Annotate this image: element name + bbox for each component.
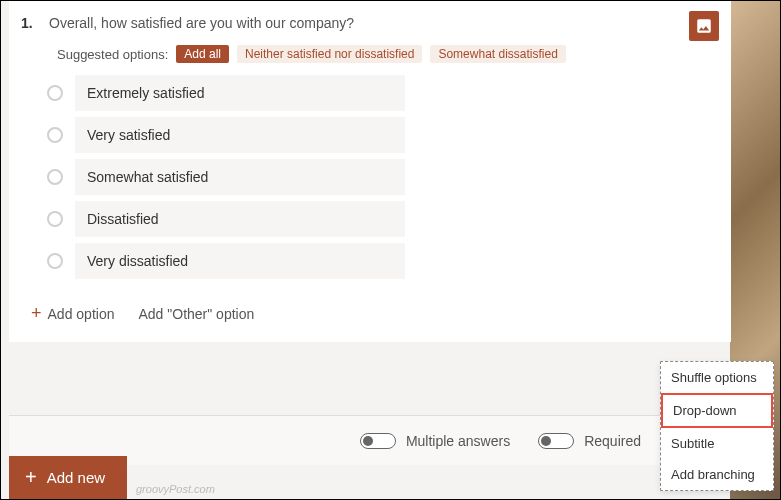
option-row: Very dissatisfied (47, 243, 719, 279)
add-option-button[interactable]: + Add option (31, 303, 114, 324)
option-row: Extremely satisfied (47, 75, 719, 111)
radio-icon (47, 169, 63, 185)
options-list: Extremely satisfied Very satisfied Somew… (9, 75, 731, 293)
radio-icon (47, 253, 63, 269)
option-row: Somewhat satisfied (47, 159, 719, 195)
option-input[interactable]: Dissatisfied (75, 201, 405, 237)
insert-image-button[interactable] (689, 11, 719, 41)
suggested-label: Suggested options: (57, 47, 168, 62)
add-other-button[interactable]: Add "Other" option (138, 306, 254, 322)
required-toggle[interactable] (538, 433, 574, 449)
multiple-answers-label: Multiple answers (406, 433, 510, 449)
menu-add-branching[interactable]: Add branching (661, 459, 773, 490)
radio-icon (47, 85, 63, 101)
add-new-label: Add new (47, 469, 105, 486)
question-number: 1. (21, 15, 49, 31)
option-row: Very satisfied (47, 117, 719, 153)
option-input[interactable]: Somewhat satisfied (75, 159, 405, 195)
add-actions-row: + Add option Add "Other" option (9, 293, 731, 342)
more-options-menu: Shuffle options Drop-down Subtitle Add b… (660, 361, 774, 491)
required-toggle-group: Required (538, 433, 641, 449)
multiple-answers-toggle-group: Multiple answers (360, 433, 510, 449)
plus-icon: + (25, 466, 37, 489)
plus-icon: + (31, 303, 42, 324)
add-all-button[interactable]: Add all (176, 45, 229, 63)
add-option-label: Add option (48, 306, 115, 322)
image-icon (695, 17, 713, 35)
watermark: groovyPost.com (136, 483, 215, 495)
menu-subtitle[interactable]: Subtitle (661, 428, 773, 459)
question-text[interactable]: Overall, how satisfied are you with our … (49, 15, 719, 31)
add-new-button[interactable]: + Add new (9, 456, 127, 499)
option-row: Dissatisfied (47, 201, 719, 237)
question-header: 1. Overall, how satisfied are you with o… (9, 1, 731, 41)
radio-icon (47, 211, 63, 227)
option-input[interactable]: Extremely satisfied (75, 75, 405, 111)
option-input[interactable]: Very satisfied (75, 117, 405, 153)
suggested-options-row: Suggested options: Add all Neither satis… (9, 41, 731, 75)
radio-icon (47, 127, 63, 143)
menu-drop-down[interactable]: Drop-down (661, 393, 773, 428)
multiple-answers-toggle[interactable] (360, 433, 396, 449)
menu-shuffle-options[interactable]: Shuffle options (661, 362, 773, 393)
question-card: 1. Overall, how satisfied are you with o… (9, 1, 731, 342)
suggested-chip[interactable]: Neither satisfied nor dissatisfied (237, 45, 422, 63)
suggested-chip[interactable]: Somewhat dissatisfied (430, 45, 565, 63)
required-label: Required (584, 433, 641, 449)
option-input[interactable]: Very dissatisfied (75, 243, 405, 279)
